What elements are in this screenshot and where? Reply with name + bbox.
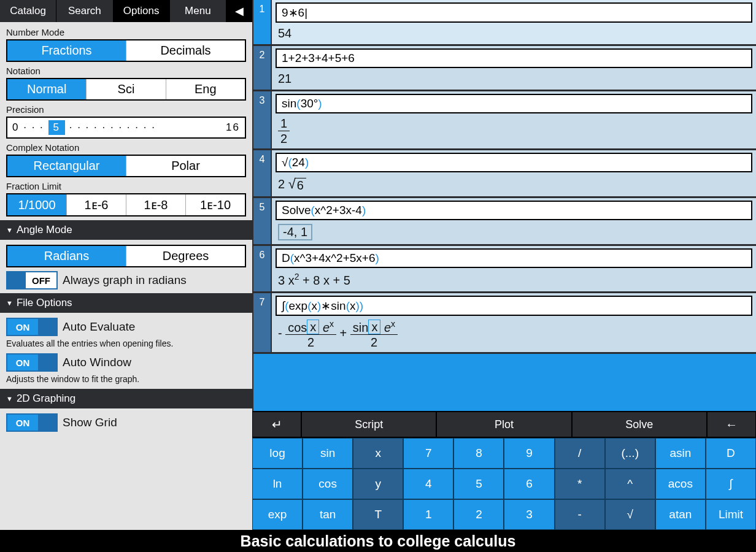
history-entry[interactable]: 19∗654 <box>253 0 756 46</box>
tab-menu[interactable]: Menu <box>170 0 226 22</box>
complex-notation-segment: Rectangular Polar <box>6 155 246 177</box>
key-atan[interactable]: atan <box>655 499 706 530</box>
fraction-limit-1e-10[interactable]: 1ᴇ-10 <box>185 194 245 215</box>
precision-slider[interactable]: 0 · · · 5 · · · · · · · · · · · 16 <box>6 117 246 139</box>
entry-input[interactable]: ∫(exp(x)∗sin(x)) <box>276 296 752 316</box>
always-graph-radians-toggle[interactable]: OFF <box>6 271 58 289</box>
key-√[interactable]: √ <box>605 499 655 530</box>
key--[interactable]: - <box>555 499 605 530</box>
angle-radians[interactable]: Radians <box>7 246 126 266</box>
key-4[interactable]: 4 <box>403 469 453 499</box>
history-entry[interactable]: 6D(x^3+4x^2+5x+6)3 x2 + 8 x + 5 <box>253 246 756 293</box>
complex-polar[interactable]: Polar <box>126 156 245 176</box>
key-^[interactable]: ^ <box>605 469 655 499</box>
key-2[interactable]: 2 <box>453 499 504 530</box>
key-1[interactable]: 1 <box>403 499 453 530</box>
key-tan[interactable]: tan <box>303 499 353 530</box>
fraction-limit-1e-8[interactable]: 1ᴇ-8 <box>126 194 185 215</box>
key-d[interactable]: D <box>706 438 756 469</box>
number-mode-decimals[interactable]: Decimals <box>126 40 245 61</box>
topnav: Catalog Search Options Menu ◀ <box>0 0 252 22</box>
key-limit[interactable]: Limit <box>706 499 756 530</box>
key-log[interactable]: log <box>252 438 303 469</box>
key-(...)[interactable]: (...) <box>605 438 655 469</box>
key-7[interactable]: 7 <box>403 438 453 469</box>
entry-input[interactable]: 9∗6 <box>276 2 752 23</box>
key-∫[interactable]: ∫ <box>706 469 756 499</box>
precision-min: 0 <box>12 121 19 134</box>
entry-body: D(x^3+4x^2+5x+6)3 x2 + 8 x + 5 <box>272 246 756 291</box>
complex-notation-label: Complex Notation <box>6 142 246 153</box>
key-*[interactable]: * <box>555 469 605 499</box>
key-asin[interactable]: asin <box>655 438 706 469</box>
history-entry[interactable]: 5Solve(x^2+3x-4)-4, 1 <box>253 198 756 246</box>
entry-body: 9∗654 <box>272 0 756 44</box>
sidebar-content: Number Mode Fractions Decimals Notation … <box>0 22 252 530</box>
entry-input[interactable]: D(x^3+4x^2+5x+6) <box>276 248 752 268</box>
tab-options[interactable]: Options <box>114 0 170 22</box>
history-entry[interactable]: 7∫(exp(x)∗sin(x))- cosx ex2 + sinx ex2 <box>253 293 756 355</box>
entry-input[interactable]: √(24) <box>276 153 752 172</box>
show-grid-label: Show Grid <box>63 416 117 429</box>
entry-input[interactable]: Solve(x^2+3x-4) <box>276 201 752 220</box>
entry-body: ∫(exp(x)∗sin(x))- cosx ex2 + sinx ex2 <box>272 293 756 353</box>
complex-rectangular[interactable]: Rectangular <box>7 156 126 176</box>
script-button[interactable]: Script <box>301 412 436 437</box>
notation-eng[interactable]: Eng <box>166 79 245 99</box>
angle-mode-header[interactable]: Angle Mode <box>0 220 252 240</box>
key-6[interactable]: 6 <box>504 469 554 499</box>
entry-result: 54 <box>272 25 756 44</box>
number-mode-label: Number Mode <box>6 27 246 37</box>
entry-result: 3 x2 + 8 x + 5 <box>272 270 756 291</box>
fraction-limit-label: Fraction Limit <box>6 181 246 191</box>
solve-button[interactable]: Solve <box>572 412 707 437</box>
auto-evaluate-toggle[interactable]: ON <box>6 318 58 336</box>
key-sin[interactable]: sin <box>303 438 353 469</box>
entry-result: -4, 1 <box>272 223 756 244</box>
entry-input[interactable]: sin(30°) <box>276 94 752 113</box>
auto-evaluate-desc: Evaluates all the entries when opening f… <box>6 339 246 348</box>
backspace-button[interactable]: ← <box>707 412 756 437</box>
key-exp[interactable]: exp <box>252 499 303 530</box>
tab-search[interactable]: Search <box>56 0 113 22</box>
notation-sci[interactable]: Sci <box>86 79 165 99</box>
collapse-sidebar-button[interactable]: ◀ <box>226 0 252 22</box>
key-5[interactable]: 5 <box>453 469 504 499</box>
key-/[interactable]: / <box>555 438 605 469</box>
auto-evaluate-label: Auto Evaluate <box>63 320 135 334</box>
key-9[interactable]: 9 <box>504 438 554 469</box>
entry-input[interactable]: 1+2+3+4+5+6 <box>276 48 752 68</box>
fraction-limit-segment: 1/1000 1ᴇ-6 1ᴇ-8 1ᴇ-10 <box>6 193 246 217</box>
sidebar-panel: Catalog Search Options Menu ◀ Number Mod… <box>0 0 252 530</box>
angle-degrees[interactable]: Degrees <box>126 246 245 266</box>
key-8[interactable]: 8 <box>453 438 504 469</box>
key-t[interactable]: T <box>353 499 403 530</box>
key-x[interactable]: x <box>353 438 403 469</box>
key-cos[interactable]: cos <box>303 469 353 499</box>
fraction-limit-1e-6[interactable]: 1ᴇ-6 <box>66 194 126 215</box>
key-ln[interactable]: ln <box>252 469 303 499</box>
tab-catalog[interactable]: Catalog <box>0 0 56 22</box>
number-mode-segment: Fractions Decimals <box>6 39 246 62</box>
plot-button[interactable]: Plot <box>436 412 571 437</box>
precision-max: 16 <box>226 121 240 134</box>
2d-graphing-header[interactable]: 2D Graphing <box>0 389 252 408</box>
history-list: 19∗65421+2+3+4+5+6213sin(30°)124√(24)2 √… <box>252 0 756 411</box>
fraction-limit-1-1000[interactable]: 1/1000 <box>7 194 66 215</box>
history-entry[interactable]: 4√(24)2 √6 <box>253 150 756 198</box>
history-entry[interactable]: 21+2+3+4+5+621 <box>253 46 756 91</box>
history-entry[interactable]: 3sin(30°)12 <box>253 91 756 150</box>
number-mode-fractions[interactable]: Fractions <box>7 40 126 61</box>
notation-normal[interactable]: Normal <box>7 79 86 99</box>
enter-button[interactable]: ↵ <box>252 412 301 437</box>
entry-number: 1 <box>253 0 272 44</box>
entry-number: 4 <box>253 150 272 196</box>
file-options-header[interactable]: File Options <box>0 293 252 313</box>
auto-window-toggle[interactable]: ON <box>6 353 58 372</box>
show-grid-toggle[interactable]: ON <box>6 413 58 432</box>
key-acos[interactable]: acos <box>655 469 706 499</box>
notation-label: Notation <box>6 66 246 76</box>
key-y[interactable]: y <box>353 469 403 499</box>
key-3[interactable]: 3 <box>504 499 554 530</box>
entry-body: Solve(x^2+3x-4)-4, 1 <box>272 198 756 244</box>
